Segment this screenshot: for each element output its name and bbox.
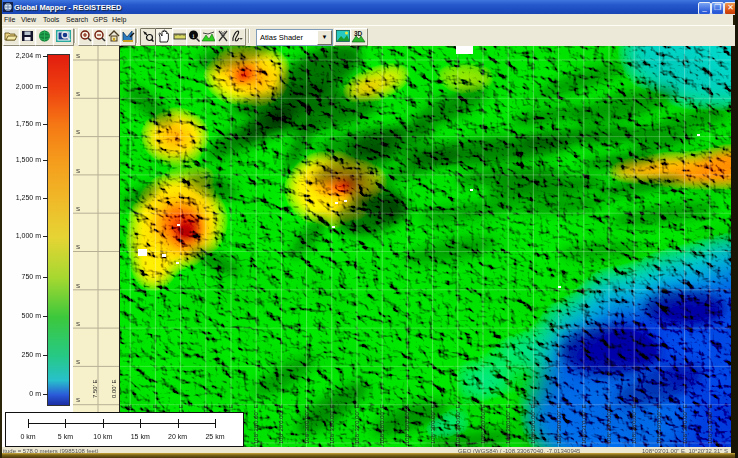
svg-text:7.50' E: 7.50' E xyxy=(92,380,98,399)
svg-text:S: S xyxy=(76,53,80,59)
svg-text:108°32'0.00" E: 108°32'0.00" E xyxy=(354,404,360,444)
svg-text:108°31'0.00" E: 108°31'0.00" E xyxy=(329,404,335,444)
svg-text:S: S xyxy=(76,359,80,365)
svg-text:108°30'0.00" E: 108°30'0.00" E xyxy=(556,404,562,444)
svg-text:108°30'0.00" E: 108°30'0.00" E xyxy=(430,404,436,444)
svg-text:0.00' E: 0.00' E xyxy=(111,380,117,399)
svg-text:108°30'0.00" E: 108°30'0.00" E xyxy=(682,404,688,444)
svg-text:108°31'0.00" E: 108°31'0.00" E xyxy=(455,404,461,444)
svg-text:108°31'0.00" E: 108°31'0.00" E xyxy=(707,404,713,444)
svg-text:108°28'0.00" E: 108°28'0.00" E xyxy=(379,404,385,444)
svg-text:S: S xyxy=(76,168,80,174)
svg-text:S: S xyxy=(76,129,80,135)
svg-text:108°29'0.00" E: 108°29'0.00" E xyxy=(278,404,284,444)
svg-text:108°29'0.00" E: 108°29'0.00" E xyxy=(656,404,662,444)
svg-text:108°29'0.00" E: 108°29'0.00" E xyxy=(530,404,536,444)
svg-text:108°28'0.00" E: 108°28'0.00" E xyxy=(631,404,637,444)
svg-text:108°32'0.00" E: 108°32'0.00" E xyxy=(606,404,612,444)
svg-text:108°31'0.00" E: 108°31'0.00" E xyxy=(581,404,587,444)
svg-text:108°30'0.00" E: 108°30'0.00" E xyxy=(304,404,310,444)
svg-text:108°28'0.00" E: 108°28'0.00" E xyxy=(253,404,259,444)
svg-text:S: S xyxy=(76,321,80,327)
svg-text:108°29'0.00" E: 108°29'0.00" E xyxy=(404,404,410,444)
svg-text:S: S xyxy=(76,283,80,289)
svg-text:S: S xyxy=(76,206,80,212)
svg-text:S: S xyxy=(76,91,80,97)
svg-text:108°32'0.00" E: 108°32'0.00" E xyxy=(480,404,486,444)
svg-text:108°28'0.00" E: 108°28'0.00" E xyxy=(505,404,511,444)
svg-text:S: S xyxy=(76,397,80,403)
svg-text:S: S xyxy=(76,244,80,250)
svg-text:i: i xyxy=(193,32,195,40)
